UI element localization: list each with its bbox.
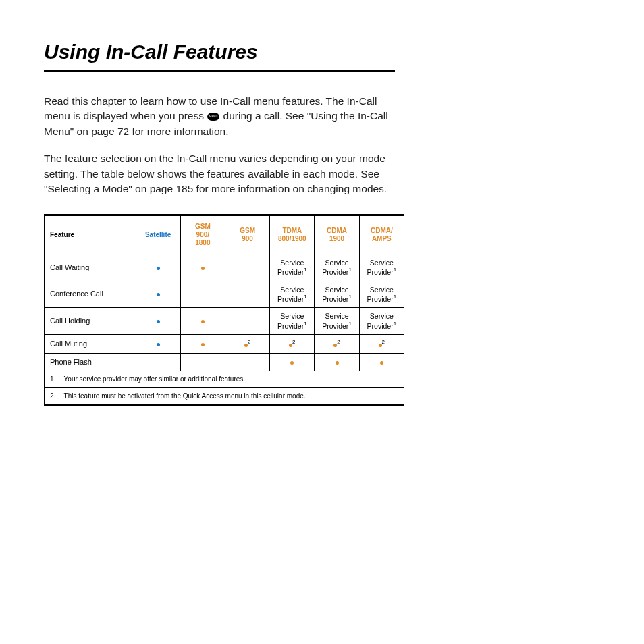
sp-text: Service: [370, 286, 394, 294]
cell-feature: Call Waiting: [45, 254, 136, 281]
cell: [180, 281, 225, 308]
intro-paragraph-2: The feature selection on the In-Call men…: [44, 151, 402, 196]
table-header-row: Feature Satellite GSM 900/ 1800 GSM 900 …: [45, 215, 404, 254]
table-row: Conference Call ServiceProvider1 Service…: [45, 281, 404, 308]
footnote-cell: 1 Your service provider may offer simila…: [45, 371, 404, 387]
feature-availability-table: Feature Satellite GSM 900/ 1800 GSM 900 …: [44, 214, 404, 406]
cell: ServiceProvider1: [359, 254, 404, 281]
th-cdma-1900: CDMA 1900: [315, 215, 359, 254]
footnote-row: 1 Your service provider may offer simila…: [45, 371, 404, 387]
table-row: Call Holding ServiceProvider1 ServicePro…: [45, 308, 404, 335]
footnote-ref: 1: [304, 294, 306, 300]
footnote-ref: 1: [348, 294, 351, 300]
sp-text: Provider: [322, 268, 348, 276]
cell: [136, 308, 180, 335]
th-satellite: Satellite: [136, 215, 180, 254]
dot-orange-icon: [380, 361, 383, 365]
dot-blue-icon: [157, 343, 160, 346]
dot-orange-icon: [201, 267, 205, 270]
page-title: Using In-Call Features: [44, 41, 395, 72]
table-row: Call Muting 2 2 2 2: [45, 334, 404, 353]
th-gsm-900-1800: GSM 900/ 1800: [180, 215, 225, 254]
sp-text: Provider: [277, 321, 304, 329]
intro-paragraph-1: Read this chapter to learn how to use In…: [44, 94, 402, 139]
footnote-number: 2: [50, 392, 62, 400]
dot-orange-icon: [290, 361, 294, 365]
cell: [225, 308, 269, 335]
cell: ServiceProvider1: [315, 281, 359, 308]
cell: [136, 353, 180, 371]
cell-feature: Call Muting: [45, 334, 136, 353]
sp-text: Provider: [277, 268, 304, 276]
th-gsm-900: GSM 900: [225, 215, 269, 254]
footnote-ref: 2: [292, 339, 295, 345]
th-text: 900/: [196, 231, 209, 238]
footnote-ref: 1: [348, 267, 351, 273]
footnote-cell: 2 This feature must be activated from th…: [45, 387, 404, 405]
th-text: 1900: [329, 235, 344, 242]
cell: [225, 353, 269, 371]
cell: ServiceProvider1: [359, 308, 404, 335]
sp-text: Service: [280, 312, 304, 320]
cell-feature: Call Holding: [45, 308, 136, 335]
th-feature: Feature: [45, 215, 136, 254]
dot-blue-icon: [157, 320, 160, 323]
cell: [180, 308, 225, 335]
th-text: CDMA: [327, 227, 347, 234]
th-text: 900: [242, 235, 253, 242]
footnote-ref: 2: [337, 339, 340, 345]
dot-orange-icon: [201, 343, 205, 346]
dot-orange-icon: [201, 320, 205, 323]
sp-text: Provider: [367, 268, 394, 276]
cell: ServiceProvider1: [315, 254, 359, 281]
footnote-ref: 2: [382, 339, 385, 345]
sp-text: Provider: [277, 295, 304, 303]
footnote-ref: 1: [394, 267, 396, 273]
footnote-text: Your service provider may offer similar …: [64, 375, 245, 383]
footnote-row: 2 This feature must be activated from th…: [45, 387, 404, 405]
footnote-ref: 1: [304, 267, 306, 273]
sp-text: Provider: [322, 321, 348, 329]
th-text: GSM: [240, 227, 255, 234]
cell: [225, 281, 269, 308]
sp-text: Provider: [322, 295, 348, 303]
table-row: Phone Flash: [45, 353, 404, 371]
cell: [180, 254, 225, 281]
cell: [180, 353, 225, 371]
dot-blue-icon: [157, 293, 160, 296]
sp-text: Provider: [367, 295, 394, 303]
th-text: TDMA: [282, 227, 302, 234]
footnote-ref: 2: [248, 339, 250, 345]
cell: ServiceProvider1: [270, 254, 315, 281]
table-row: Call Waiting ServiceProvider1 ServicePro…: [45, 254, 404, 281]
th-text: GSM: [195, 223, 211, 230]
sp-text: Service: [280, 259, 304, 267]
footnote-number: 1: [50, 375, 62, 383]
th-text: CDMA/: [371, 227, 393, 234]
sp-text: Service: [280, 286, 304, 294]
cell: ServiceProvider1: [270, 281, 315, 308]
cell-feature: Phone Flash: [45, 353, 136, 371]
menu-icon: [207, 113, 219, 121]
th-text: 800/1900: [278, 235, 306, 242]
cell: [136, 281, 180, 308]
cell: 2: [225, 334, 269, 353]
sp-text: Service: [325, 312, 349, 320]
cell: ServiceProvider1: [359, 281, 404, 308]
cell: [136, 334, 180, 353]
cell: [136, 254, 180, 281]
cell: 2: [270, 334, 315, 353]
sp-text: Service: [325, 286, 349, 294]
th-text: 1800: [195, 239, 210, 246]
cell: 2: [359, 334, 404, 353]
footnote-ref: 1: [348, 321, 351, 327]
th-text: AMPS: [372, 235, 392, 242]
cell: ServiceProvider1: [270, 308, 315, 335]
sp-text: Provider: [367, 321, 394, 329]
cell-feature: Conference Call: [45, 281, 136, 308]
footnote-text: This feature must be activated from the …: [64, 392, 306, 400]
dot-orange-icon: [336, 361, 339, 365]
dot-blue-icon: [157, 267, 160, 270]
footnote-ref: 1: [304, 321, 306, 327]
cell: ServiceProvider1: [315, 308, 359, 335]
